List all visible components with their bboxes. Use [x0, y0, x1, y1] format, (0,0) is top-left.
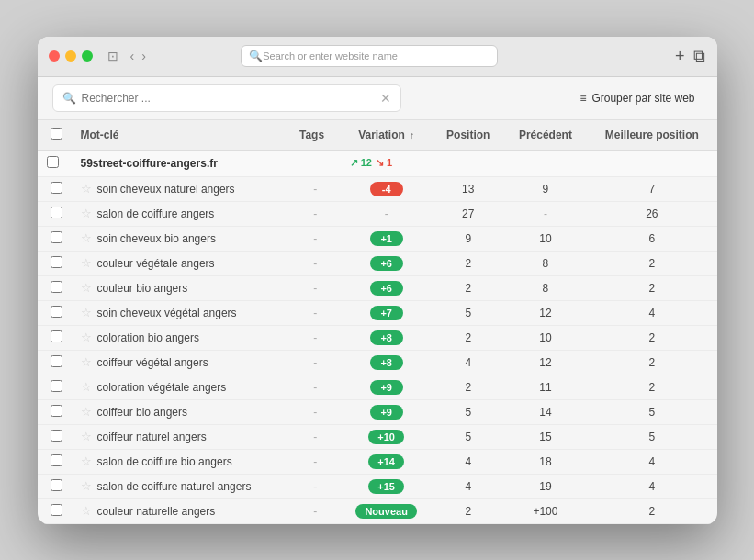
- variation-badge: -4: [370, 182, 403, 196]
- star-icon[interactable]: ☆: [81, 380, 92, 394]
- group-icon: ≡: [580, 92, 586, 105]
- table-row: ☆ salon de coiffure angers - - 27 - 26: [38, 201, 717, 226]
- keyword-cell: ☆ salon de coiffure bio angers: [72, 449, 291, 474]
- star-icon[interactable]: ☆: [81, 256, 92, 270]
- site-name-cell: 59street-coiffure-angers.fr: [72, 150, 341, 176]
- row-checkbox[interactable]: [51, 281, 62, 293]
- close-button[interactable]: [49, 50, 60, 62]
- variation-cell: +9: [341, 399, 433, 424]
- keyword-cell: ☆ couleur naturelle angers: [72, 498, 291, 523]
- table-row: ☆ salon de coiffure bio angers - +14 4 1…: [38, 449, 717, 474]
- row-checkbox-cell[interactable]: [38, 498, 72, 523]
- previous-cell: 19: [504, 474, 587, 498]
- variation-badge: +14: [368, 454, 404, 469]
- row-checkbox[interactable]: [51, 330, 62, 342]
- row-checkbox-cell[interactable]: [38, 399, 72, 424]
- row-checkbox-cell[interactable]: [38, 176, 72, 201]
- variation-cell: +6: [341, 275, 433, 300]
- row-checkbox-cell[interactable]: [38, 201, 72, 226]
- row-checkbox-cell[interactable]: [38, 251, 72, 275]
- row-checkbox[interactable]: [51, 207, 62, 218]
- forward-button[interactable]: ›: [139, 47, 149, 65]
- table-row: ☆ coloration végétale angers - +9 2 11 2: [38, 375, 717, 399]
- star-icon[interactable]: ☆: [81, 330, 92, 344]
- best-cell: 2: [587, 251, 716, 275]
- app-window: ⊡ ‹ › 🔍 Search or enter website name + ⧉…: [38, 37, 717, 524]
- variation-cell: Nouveau: [341, 498, 433, 523]
- row-checkbox[interactable]: [51, 504, 62, 516]
- clear-search-button[interactable]: ✕: [380, 91, 391, 106]
- tab-icon[interactable]: ⊡: [107, 49, 118, 63]
- row-checkbox-cell[interactable]: [38, 300, 72, 325]
- variation-cell: +6: [341, 251, 433, 275]
- search-box[interactable]: 🔍 ✕: [52, 84, 401, 112]
- position-cell: 4: [433, 350, 504, 375]
- star-icon[interactable]: ☆: [81, 231, 92, 245]
- row-checkbox[interactable]: [51, 306, 62, 318]
- row-checkbox-cell[interactable]: [38, 350, 72, 375]
- row-checkbox[interactable]: [51, 380, 62, 392]
- site-checkbox[interactable]: [47, 156, 59, 168]
- keyword-cell: ☆ soin cheveux naturel angers: [72, 176, 291, 201]
- row-checkbox-cell[interactable]: [38, 449, 72, 474]
- site-name-label: 59street-coiffure-angers.fr: [81, 157, 218, 170]
- star-icon[interactable]: ☆: [81, 182, 92, 196]
- row-checkbox[interactable]: [51, 182, 62, 194]
- star-icon[interactable]: ☆: [81, 355, 92, 369]
- star-icon[interactable]: ☆: [81, 281, 92, 295]
- star-icon[interactable]: ☆: [81, 207, 92, 220]
- row-checkbox[interactable]: [51, 355, 62, 367]
- table-row: ☆ coloration bio angers - +8 2 10 2: [38, 325, 717, 350]
- star-icon[interactable]: ☆: [81, 454, 92, 468]
- add-tab-button[interactable]: +: [675, 47, 685, 66]
- row-checkbox[interactable]: [51, 405, 62, 417]
- variation-badge: +10: [368, 430, 404, 444]
- row-checkbox-cell[interactable]: [38, 474, 72, 498]
- select-all-checkbox[interactable]: [51, 128, 62, 140]
- row-checkbox-cell[interactable]: [38, 275, 72, 300]
- star-icon[interactable]: ☆: [81, 479, 92, 493]
- previous-header: Précédent: [504, 120, 587, 151]
- position-cell: 2: [433, 498, 504, 523]
- minimize-button[interactable]: [65, 50, 76, 62]
- variation-header[interactable]: Variation ↑: [341, 120, 433, 151]
- row-checkbox-cell[interactable]: [38, 325, 72, 350]
- previous-cell: +100: [504, 498, 587, 523]
- row-checkbox[interactable]: [51, 430, 62, 442]
- star-icon[interactable]: ☆: [81, 306, 92, 319]
- best-cell: 2: [587, 325, 716, 350]
- traffic-lights: [49, 50, 93, 62]
- tags-cell: -: [290, 474, 341, 498]
- site-checkbox-cell[interactable]: [38, 150, 72, 176]
- keyword-label: salon de coiffure bio angers: [97, 455, 232, 468]
- star-icon[interactable]: ☆: [81, 504, 92, 518]
- site-group-row: 59street-coiffure-angers.fr ↗ 12 ↘ 1: [38, 150, 717, 176]
- variation-cell: +1: [341, 226, 433, 251]
- select-all-header[interactable]: [38, 120, 72, 151]
- table-row: ☆ coiffeur bio angers - +9 5 14 5: [38, 399, 717, 424]
- position-cell: 2: [433, 375, 504, 399]
- best-cell: 5: [587, 399, 716, 424]
- best-cell: 6: [587, 226, 716, 251]
- site-variation-cell: ↗ 12 ↘ 1: [341, 150, 433, 176]
- row-checkbox[interactable]: [51, 231, 62, 243]
- search-input[interactable]: [82, 92, 375, 105]
- row-checkbox[interactable]: [51, 454, 62, 466]
- copy-button[interactable]: ⧉: [693, 47, 705, 66]
- variation-cell: -4: [341, 176, 433, 201]
- position-cell: 4: [433, 474, 504, 498]
- star-icon[interactable]: ☆: [81, 430, 92, 443]
- previous-cell: 11: [504, 375, 587, 399]
- back-button[interactable]: ‹: [128, 47, 138, 65]
- row-checkbox-cell[interactable]: [38, 424, 72, 449]
- row-checkbox-cell[interactable]: [38, 375, 72, 399]
- keyword-cell: ☆ coloration bio angers: [72, 325, 291, 350]
- variation-badge: +9: [370, 380, 403, 395]
- row-checkbox[interactable]: [51, 479, 62, 491]
- row-checkbox-cell[interactable]: [38, 226, 72, 251]
- maximize-button[interactable]: [82, 50, 93, 62]
- star-icon[interactable]: ☆: [81, 405, 92, 419]
- row-checkbox[interactable]: [51, 256, 62, 268]
- group-by-website-button[interactable]: ≡ Grouper par site web: [572, 88, 702, 108]
- url-bar[interactable]: 🔍 Search or enter website name: [241, 45, 498, 67]
